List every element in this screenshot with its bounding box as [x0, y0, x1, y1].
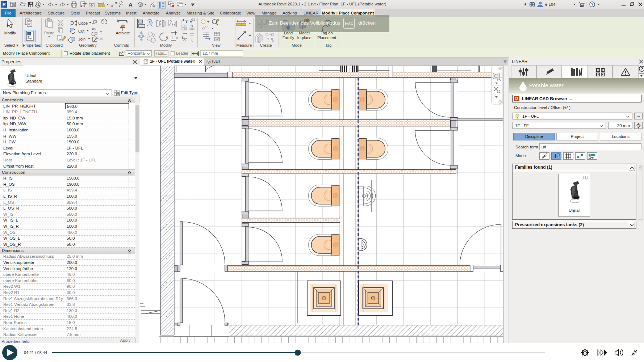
svg-text:Family: Family [283, 35, 294, 40]
svg-text:Cope: Cope [78, 21, 88, 25]
svg-text:?: ? [591, 2, 593, 7]
svg-text:e-L04: e-L04 [545, 2, 555, 7]
svg-text:Placement: Placement [317, 35, 336, 40]
svg-text:1: 1 [121, 2, 122, 5]
svg-text:Cut: Cut [78, 29, 84, 33]
svg-text:Join: Join [78, 37, 85, 41]
svg-text:In-place: In-place [297, 35, 311, 40]
svg-text:?: ? [641, 67, 643, 71]
svg-text:R: R [3, 2, 6, 7]
svg-text:2D: 2D [497, 79, 501, 82]
svg-text:PDF: PDF [81, 5, 85, 7]
svg-text:Paste: Paste [44, 31, 54, 35]
svg-text:Modify: Modify [4, 31, 16, 35]
svg-text:04:21 / 08:44: 04:21 / 08:44 [24, 350, 47, 355]
svg-text:Activate: Activate [116, 31, 130, 35]
svg-text:A: A [129, 1, 133, 8]
